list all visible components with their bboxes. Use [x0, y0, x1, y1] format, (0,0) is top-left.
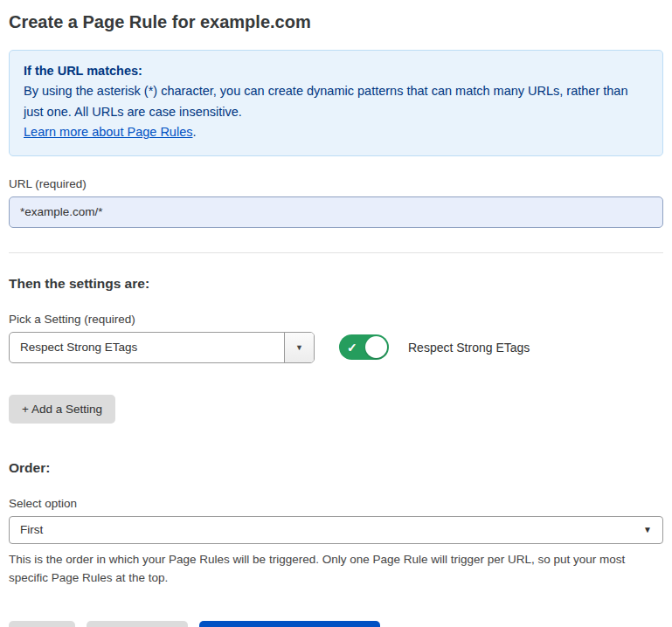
learn-more-link[interactable]: Learn more about Page Rules — [24, 125, 192, 139]
setting-toggle[interactable]: ✓ — [339, 334, 389, 360]
url-field-label: URL (required) — [9, 177, 663, 190]
info-box-heading: If the URL matches: — [24, 61, 648, 81]
footer-actions: Cancel Save as Draft Save and Deploy Pag… — [9, 621, 663, 627]
pick-setting-label: Pick a Setting (required) — [9, 313, 663, 326]
cancel-button[interactable]: Cancel — [9, 621, 75, 627]
info-box-body: By using the asterisk (*) character, you… — [24, 81, 648, 122]
order-select-label: Select option — [9, 497, 663, 510]
url-input[interactable] — [9, 196, 663, 228]
checkmark-icon: ✓ — [347, 341, 357, 355]
add-setting-button[interactable]: + Add a Setting — [9, 395, 115, 424]
save-deploy-button[interactable]: Save and Deploy Page Rule — [199, 621, 381, 627]
info-box-link-line: Learn more about Page Rules. — [24, 122, 648, 142]
order-select-value: First — [20, 523, 43, 536]
chevron-down-icon: ▼ — [643, 525, 652, 534]
setting-select-value: Respect Strong ETags — [10, 333, 284, 362]
setting-toggle-wrap: ✓ Respect Strong ETags — [339, 334, 530, 360]
dropdown-arrow-icon: ▼ — [295, 343, 303, 352]
page-title: Create a Page Rule for example.com — [9, 12, 663, 32]
page-rule-form: Create a Page Rule for example.com If th… — [0, 0, 672, 627]
toggle-knob — [365, 336, 387, 358]
order-select[interactable]: First ▼ — [9, 516, 663, 544]
setting-select-arrow-button[interactable]: ▼ — [284, 333, 314, 362]
order-help-text: This is the order in which your Page Rul… — [9, 551, 655, 588]
setting-select[interactable]: Respect Strong ETags ▼ — [9, 332, 315, 363]
order-section-heading: Order: — [9, 460, 663, 476]
link-period: . — [192, 125, 196, 139]
save-draft-button[interactable]: Save as Draft — [87, 621, 188, 627]
setting-toggle-label: Respect Strong ETags — [408, 341, 530, 355]
settings-section-heading: Then the settings are: — [9, 276, 663, 292]
url-match-info-box: If the URL matches: By using the asteris… — [9, 50, 663, 156]
section-divider — [9, 252, 663, 253]
setting-row: Respect Strong ETags ▼ ✓ Respect Strong … — [9, 332, 663, 363]
